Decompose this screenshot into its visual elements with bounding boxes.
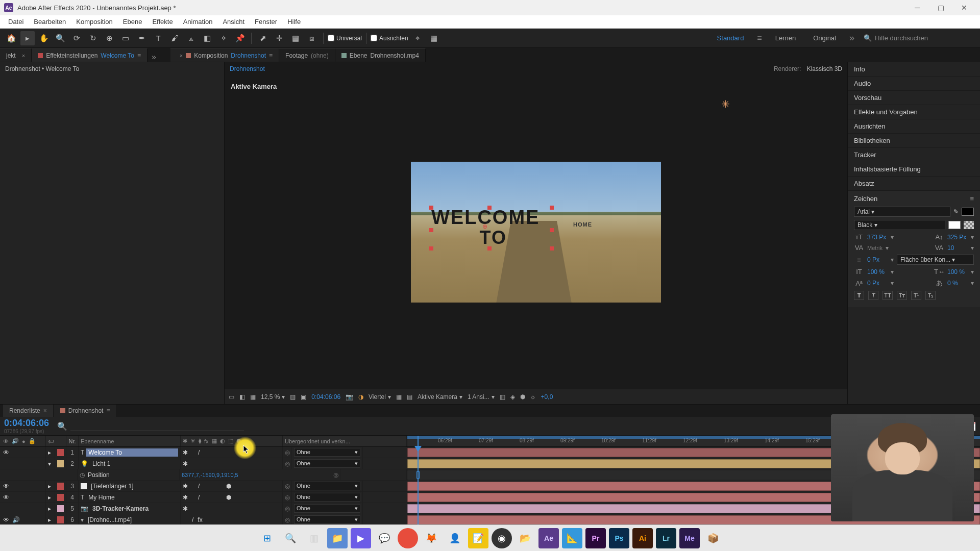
lightroom-icon[interactable]: Lr [656,528,676,548]
parent-select[interactable]: Ohne▾ [294,482,360,490]
pen-tool[interactable]: ✒ [135,31,149,45]
font-family-select[interactable]: Arial ▾ [854,207,950,217]
folder-icon[interactable]: 📂 [515,528,535,548]
project-tab[interactable]: jekt× [0,48,32,62]
region-icon[interactable]: ▣ [301,393,306,400]
baseline-value[interactable]: 0 Px [867,280,888,287]
workspace-original[interactable]: Original [809,32,840,44]
vscale-value[interactable]: 100 % [867,268,888,276]
menu-ebene[interactable]: Ebene [118,16,148,27]
tsume-value[interactable]: 0 % [947,280,968,287]
app-icon-2[interactable] [398,528,418,548]
pixel-aspect-icon[interactable]: ▥ [500,393,505,400]
menu-bearbeiten[interactable]: Bearbeiten [29,16,71,27]
no-color-swatch[interactable] [964,221,974,229]
axis-3d-icon[interactable]: ⧈ [305,31,319,45]
allcaps-button[interactable]: TT [883,291,893,300]
panel-menu-icon[interactable]: ≡ [269,52,273,59]
fill-over-select[interactable]: Fläche über Kon... ▾ [897,255,974,265]
close-icon[interactable]: × [22,53,25,59]
media-encoder-icon[interactable]: Me [679,528,700,548]
position-value[interactable]: 6377,7,-1590,9,1910,5 [182,472,238,478]
zoom-tool[interactable]: 🔍 [53,31,67,45]
channel-icon[interactable]: ◑ [358,393,363,400]
pickwhip-icon[interactable]: ◎ [283,481,292,491]
parent-select[interactable]: Ohne▾ [294,504,360,513]
panel-menu-icon[interactable]: ≡ [137,52,141,59]
snapshot-icon[interactable]: 📷 [346,393,353,400]
home-tool[interactable]: 🏠 [4,31,18,45]
eyedropper-icon[interactable]: ✎ [953,208,959,215]
italic-button[interactable]: T [868,291,878,300]
exposure-icon[interactable]: ☼ [530,393,536,400]
firefox-icon[interactable]: 🦊 [421,528,442,548]
expression-pickwhip-icon[interactable]: ◎ [331,469,340,480]
panel-ausrichten[interactable]: Ausrichten [848,119,980,134]
anchor-point-icon[interactable]: ⊕ [482,223,487,230]
footage-tab[interactable]: Footage (ohne) [279,48,335,62]
whatsapp-icon[interactable]: 💬 [374,528,395,548]
menu-komposition[interactable]: Komposition [71,16,118,27]
layer-row-3[interactable]: 👁 ▸ 3 [Tiefenfänger 1] ✱/⬢ ◎ Ohne▾ [0,481,407,492]
menu-ansicht[interactable]: Ansicht [217,16,250,27]
renderer-value[interactable]: Klassisch 3D [807,65,842,72]
panel-info[interactable]: Info [848,62,980,77]
view-axis-icon[interactable]: ▦ [288,31,303,45]
search-button[interactable]: 🔍 [280,528,301,548]
align-checkbox[interactable] [371,35,377,41]
resolution-icon[interactable]: ◧ [239,393,245,400]
comp-breadcrumb[interactable]: Drohnenshot [230,65,265,72]
close-button[interactable]: ✕ [952,0,976,15]
grid-icon[interactable]: ▦ [396,393,402,400]
effect-controls-tab[interactable]: Effekteinstellungen Welcome To ≡ [32,48,148,62]
leading-value[interactable]: 325 Px [947,234,968,241]
menu-fenster[interactable]: Fenster [250,16,282,27]
maximize-button[interactable]: ▢ [929,0,952,15]
hand-tool[interactable]: ✋ [37,31,51,45]
type-tool[interactable]: T [151,31,165,45]
smallcaps-button[interactable]: Tᴛ [897,291,907,300]
superscript-button[interactable]: T¹ [911,291,921,300]
panel-vorschau[interactable]: Vorschau [848,91,980,105]
stroke-width-value[interactable]: 0 Px [867,256,888,263]
photoshop-icon[interactable]: Ps [609,528,629,548]
snap-checkbox[interactable] [328,35,334,41]
comp-tab[interactable]: × Komposition Drohnenshot ≡ [170,48,279,62]
render-queue-tab[interactable]: Renderliste × [3,405,53,417]
kerning-value[interactable]: Metrik [867,245,883,251]
puppet-tool[interactable]: 📌 [233,31,247,45]
pickwhip-icon[interactable]: ◎ [283,514,292,525]
app-icon-1[interactable]: ▶ [351,528,371,548]
position-property-row[interactable]: ◷Position 6377,7,-1590,9,1910,5 ◎ [0,469,407,481]
workspace-lernen[interactable]: Lernen [771,32,800,44]
timeline-comp-tab[interactable]: Drohnenshot ≡ [54,405,116,417]
pickwhip-icon[interactable]: ◎ [283,503,292,514]
menu-hilfe[interactable]: Hilfe [282,16,306,27]
panel-bibliotheken[interactable]: Bibliotheken [848,134,980,148]
exposure-value[interactable]: +0,0 [541,393,553,400]
parent-select[interactable]: Ohne▾ [294,459,360,468]
layer-row-1[interactable]: 👁🔊 ▸ 1 TWelcome To ✱/ ◎ Ohne▾ [0,447,407,458]
help-search[interactable]: 🔍 Hilfe durchsuchen [864,34,976,42]
orbit-tool[interactable]: ⟳ [69,31,84,45]
roto-tool[interactable]: ✧ [216,31,231,45]
clone-tool[interactable]: ⟁ [184,31,198,45]
font-size-value[interactable]: 373 Px [867,234,888,241]
panel-menu-icon[interactable]: ≡ [106,407,110,414]
menu-datei[interactable]: Datei [3,16,29,27]
panel-menu-icon[interactable]: ≡ [970,195,974,203]
panel-absatz[interactable]: Absatz [848,177,980,191]
stroke-color-swatch[interactable] [948,221,961,229]
resolution-select[interactable]: Viertel▾ [369,393,391,400]
minimize-button[interactable]: ─ [905,0,929,15]
workspace-standard[interactable]: Standard [713,32,748,44]
pan-behind-tool[interactable]: ⊕ [102,31,116,45]
layer-row-5[interactable]: ▸ 5 📷3D-Tracker-Kamera ✱ ◎ Ohne▾ [0,503,407,514]
layer-row-2[interactable]: ▾ 2 💡Licht 1 ✱ ◎ Ohne▾ [0,458,407,469]
align-grid-icon[interactable]: ▦ [427,31,441,45]
lock-switch-icon[interactable]: 🔒 [29,438,36,444]
viewer-timecode[interactable]: 0:04:06:06 [311,393,340,400]
explorer-icon[interactable]: 📁 [327,528,348,548]
zoom-select[interactable]: 12,5 %▾ [261,393,285,400]
start-button[interactable]: ⊞ [257,528,277,548]
